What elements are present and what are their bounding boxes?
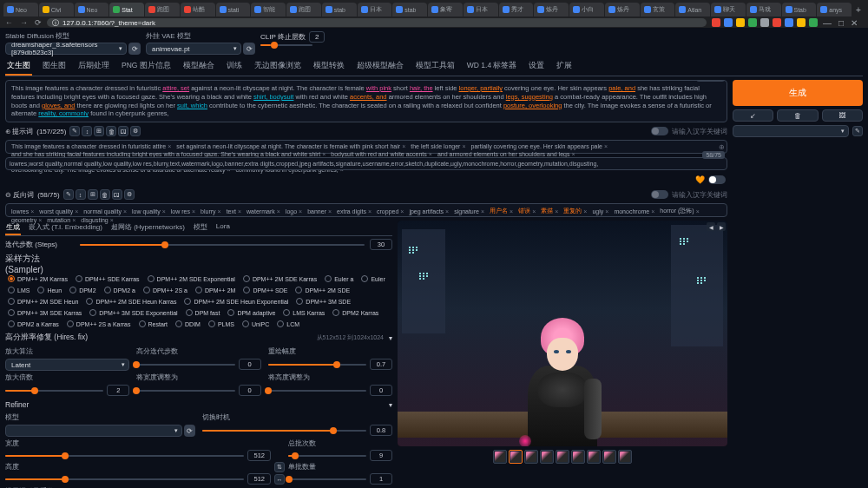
styles-edit-icon[interactable]: ✎: [852, 126, 863, 136]
tool-2-icon[interactable]: ↕: [82, 126, 92, 136]
refiner-header[interactable]: Refiner▾: [5, 399, 392, 411]
hires-steps-slider[interactable]: [136, 364, 234, 366]
preview-image[interactable]: ◀ ▶: [398, 221, 727, 446]
sampler-option[interactable]: DPM++ SDE: [240, 286, 290, 294]
thumbnail[interactable]: [618, 450, 632, 464]
neg-tag[interactable]: horror (恐怖) ×: [658, 207, 700, 215]
sd-model-select[interactable]: dreamshaper_8.safetensors [879db523c3]: [5, 43, 127, 55]
sampler-option[interactable]: Heun: [35, 286, 64, 294]
sampler-option[interactable]: DPM++ 3M SDE: [293, 297, 353, 306]
tag-remove-icon[interactable]: ×: [532, 208, 536, 214]
forward-icon[interactable]: →: [20, 18, 28, 27]
sampler-option[interactable]: DPM++ 2M SDE Karras: [240, 274, 319, 283]
sampler-option[interactable]: DDIM: [173, 320, 203, 328]
ntool-4-icon[interactable]: 🗑: [100, 189, 110, 200]
neg-tag[interactable]: 用户名 ×: [488, 207, 515, 215]
neg-tag[interactable]: signature ×: [452, 207, 486, 215]
height-slider[interactable]: [5, 478, 244, 480]
sub-tab[interactable]: 生成: [5, 221, 21, 235]
prompt-tags[interactable]: This image features a character dressed …: [5, 140, 727, 154]
tag-remove-icon[interactable]: ×: [696, 208, 700, 214]
tag-remove-icon[interactable]: ×: [168, 143, 171, 149]
extension-icon[interactable]: [760, 18, 769, 27]
browser-tab[interactable]: 炼丹: [534, 3, 569, 16]
browser-tab[interactable]: Atlan: [675, 3, 710, 16]
sampler-option[interactable]: Euler: [358, 274, 387, 283]
refresh-refiner-icon[interactable]: ⟳: [184, 425, 195, 437]
styles-select[interactable]: [733, 125, 849, 137]
sampler-option[interactable]: DPM2 Karras: [330, 308, 381, 317]
browser-tab[interactable]: 跑图: [286, 3, 321, 16]
browser-tab[interactable]: 秀才: [499, 3, 534, 16]
neg-tags[interactable]: lowres ×worst quality ×normal quality ×l…: [5, 203, 727, 217]
browser-tab[interactable]: 跑图: [145, 3, 180, 16]
extension-icon[interactable]: [748, 18, 757, 27]
sub-tab[interactable]: 嵌入式 (T.I. Embedding): [28, 221, 103, 235]
sampler-option[interactable]: DPM2 a Karras: [5, 320, 62, 328]
browser-tab[interactable]: 站酷: [181, 3, 215, 16]
main-tab[interactable]: 图生图: [41, 58, 68, 76]
tag-remove-icon[interactable]: ×: [322, 151, 326, 157]
neg-tag[interactable]: low res ×: [169, 207, 197, 215]
steps-value[interactable]: 30: [370, 239, 392, 250]
extension-icon[interactable]: [712, 18, 720, 27]
ntool-1-icon[interactable]: ✎: [63, 189, 74, 200]
tag-remove-icon[interactable]: ×: [402, 143, 405, 149]
main-tab[interactable]: 超级模型融合: [355, 58, 405, 76]
extension-icon[interactable]: [773, 18, 781, 27]
back-icon[interactable]: ←: [5, 18, 13, 27]
neg-tag[interactable]: logo ×: [284, 207, 304, 215]
ntool-6-icon[interactable]: ⚙: [124, 189, 135, 200]
extension-icon[interactable]: [736, 18, 745, 27]
neg-tag[interactable]: normal quality ×: [82, 207, 128, 215]
main-tab[interactable]: 训练: [225, 58, 244, 76]
main-tab[interactable]: 无边图像浏览: [253, 58, 303, 76]
sampler-option[interactable]: DPM adaptive: [225, 308, 278, 317]
extension-icon[interactable]: [797, 18, 806, 27]
sampler-option[interactable]: DPM2: [67, 286, 98, 294]
tag-remove-icon[interactable]: ×: [445, 208, 449, 214]
prompt-tag[interactable]: This image features a character dressed …: [10, 143, 173, 149]
tag-remove-icon[interactable]: ×: [605, 208, 608, 214]
sampler-option[interactable]: DPM++ 2S a Karras: [64, 320, 134, 328]
preview-next-icon[interactable]: ▶: [717, 222, 726, 231]
tag-remove-icon[interactable]: ×: [571, 151, 575, 157]
refiner-select[interactable]: [5, 425, 182, 437]
tag-remove-icon[interactable]: ×: [583, 208, 587, 214]
action-extra-icon[interactable]: 🖼: [822, 109, 863, 122]
sampler-option[interactable]: DPM++ 2M SDE Heun: [5, 297, 81, 306]
sampler-option[interactable]: DPM++ 3M SDE Exponential: [87, 308, 180, 317]
refresh-vae-icon[interactable]: ⟳: [243, 43, 255, 55]
tag-remove-icon[interactable]: ×: [192, 208, 195, 214]
sampler-option[interactable]: DPM++ 2M SDE Exponential: [145, 274, 238, 283]
tool-4-icon[interactable]: 🗑: [106, 126, 116, 136]
tag-remove-icon[interactable]: ×: [510, 208, 513, 214]
dims-swap-icon[interactable]: ↔: [274, 474, 285, 485]
main-tab[interactable]: 模型转换: [312, 58, 346, 76]
sampler-option[interactable]: DPM++ 2S a: [141, 286, 190, 294]
sampler-option[interactable]: DPM++ 3M SDE Karras: [5, 308, 84, 317]
sampler-option[interactable]: PLMS: [206, 320, 237, 328]
neg-tag[interactable]: low quality ×: [130, 207, 168, 215]
new-tab-icon[interactable]: +: [852, 5, 865, 15]
prompt-tag[interactable]: and she has striking facial features inc…: [10, 151, 327, 157]
browser-tab[interactable]: 玄策: [641, 3, 675, 16]
tool-6-icon[interactable]: ⚙: [130, 126, 141, 136]
neg-prompt-textarea[interactable]: 58/75 lowres,worst quality,normal qualit…: [5, 157, 727, 170]
browser-tab[interactable]: 日本: [358, 3, 392, 16]
prompt-tag[interactable]: the left side longer ×: [409, 143, 467, 149]
neg-tag[interactable]: lowres ×: [10, 207, 36, 215]
extension-icon[interactable]: [809, 18, 818, 27]
browser-tab[interactable]: stati: [216, 3, 251, 16]
tool-5-icon[interactable]: 🕮: [118, 126, 128, 136]
tag-remove-icon[interactable]: ×: [75, 208, 78, 214]
browser-tab[interactable]: 日本: [464, 3, 498, 16]
prompt-tag[interactable]: bodysuit with red and white accents ×: [329, 151, 434, 157]
neg-placeholder[interactable]: 请输入汉字关键词: [672, 190, 727, 200]
tag-remove-icon[interactable]: ×: [328, 208, 332, 214]
tool-1-icon[interactable]: ✎: [69, 126, 80, 136]
browser-tab[interactable]: Neo: [75, 3, 109, 16]
prompt-placeholder[interactable]: 请输入汉字关键词: [672, 127, 727, 136]
heart-icon[interactable]: 🧡: [695, 175, 705, 184]
tag-remove-icon[interactable]: ×: [238, 208, 241, 214]
